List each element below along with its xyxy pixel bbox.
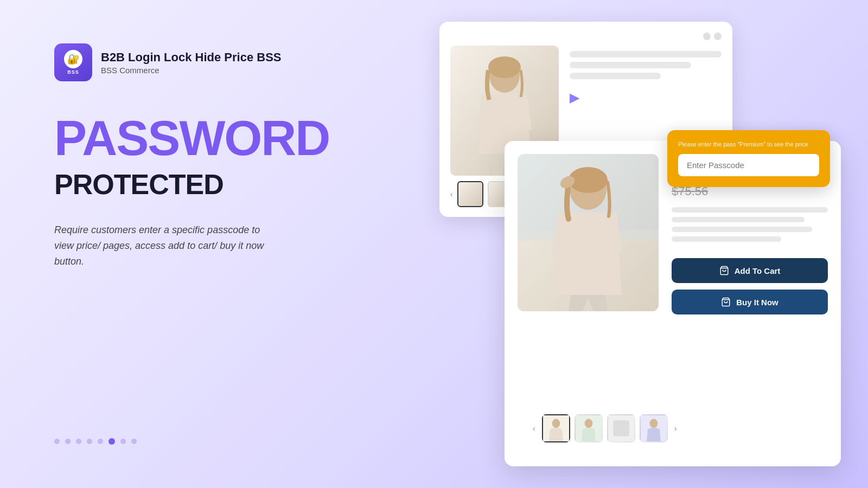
front-thumb-2[interactable] [575,414,603,442]
dot-4[interactable] [87,439,92,444]
right-panel: ▶ ‹ Please enter the pass "Premium" to s… [418,22,841,466]
product-image-section: ‹ [518,154,659,453]
app-name: B2B Login Lock Hide Price BSS [101,50,282,65]
brand-logo: 🔐 BSS [54,43,92,81]
desc-line-1 [672,207,828,213]
desc-line-3 [672,227,812,232]
svg-rect-14 [613,420,629,436]
front-thumb-3[interactable] [607,414,635,442]
dot-7[interactable] [120,439,126,444]
model-image-front [518,154,659,311]
hero-description: Require customers enter a specific passc… [54,222,282,269]
product-image-unlocked [518,154,659,311]
svg-point-2 [488,56,521,78]
brand-info: B2B Login Lock Hide Price BSS BSS Commer… [101,50,282,75]
dot-1[interactable] [54,439,60,444]
info-lines [570,51,722,79]
dot-6-active[interactable] [108,438,115,445]
bss-label: BSS [67,69,79,75]
svg-point-12 [584,419,592,428]
nav-dot-2 [714,33,722,40]
thumb-next-front[interactable]: › [672,422,679,435]
passcode-hint: Please enter the pass "Premium" to see t… [678,141,819,147]
dot-5[interactable] [98,439,103,444]
info-line-3 [570,73,661,79]
brand-header: 🔐 BSS B2B Login Lock Hide Price BSS BSS … [54,43,369,81]
cart-icon [719,266,729,275]
dot-3[interactable] [76,439,81,444]
info-line-2 [570,62,691,68]
cursor-icon: ▶ [570,90,722,105]
front-thumbnails: ‹ [531,414,672,442]
front-thumb-4[interactable] [640,414,668,442]
buy-it-now-button[interactable]: Buy It Now [672,290,828,314]
company-name: BSS Commerce [101,66,282,75]
pagination-dots [54,438,137,445]
desc-lines [672,207,828,242]
nav-dot-1 [703,33,711,40]
lock-icon: 🔐 [67,53,79,65]
product-details: $71.56 $75.56 Add To Cart [672,154,828,453]
desc-line-2 [672,217,805,222]
passcode-input[interactable] [678,154,819,176]
thumb-1-locked[interactable] [457,181,483,207]
add-to-cart-button[interactable]: Add To Cart [672,258,828,283]
dot-2[interactable] [65,439,71,444]
title-password: PASSWORD [54,114,369,163]
dot-8[interactable] [131,439,137,444]
thumb-prev-front[interactable]: ‹ [531,422,538,435]
desc-line-4 [672,236,781,242]
svg-point-10 [552,419,560,428]
card-nav [450,33,722,40]
card-unlocked: ‹ [505,141,841,466]
buy-icon [721,297,731,307]
buy-it-now-label: Buy It Now [736,298,778,307]
logo-circle: 🔐 [64,50,82,68]
front-thumb-1[interactable] [542,414,570,442]
passcode-popup: Please enter the pass "Premium" to see t… [667,130,830,187]
left-panel: 🔐 BSS B2B Login Lock Hide Price BSS BSS … [54,43,369,269]
info-line-1 [570,51,722,57]
svg-point-16 [649,419,658,428]
add-to-cart-label: Add To Cart [735,266,781,275]
title-protected: PROTECTED [54,168,369,201]
thumb-prev-locked[interactable]: ‹ [450,190,453,198]
